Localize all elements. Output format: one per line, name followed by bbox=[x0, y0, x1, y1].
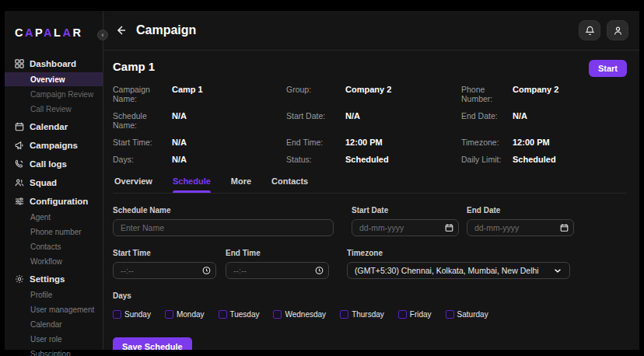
info-label: Days: bbox=[113, 155, 172, 164]
tab-overview[interactable]: Overview bbox=[114, 173, 152, 193]
day-checkbox[interactable] bbox=[165, 310, 173, 319]
gear-icon bbox=[15, 274, 24, 284]
sidebar-item-configuration[interactable]: Configuration bbox=[5, 194, 103, 209]
calendar-icon bbox=[15, 122, 24, 131]
profile-button[interactable] bbox=[607, 20, 628, 40]
day-label: Wednesday bbox=[285, 310, 326, 319]
back-button[interactable] bbox=[114, 24, 127, 37]
sidebar-item-label: Campaigns bbox=[30, 141, 78, 150]
sidebar-item-dashboard[interactable]: Dashboard bbox=[5, 56, 103, 72]
info-value: Scheduled bbox=[345, 155, 389, 164]
timezone-field: Timezone (GMT+5:30) Chennai, Kolkata, Mu… bbox=[347, 249, 570, 279]
info-end-date: End Date:N/A bbox=[461, 111, 627, 130]
sidebar-item-user-management[interactable]: User management bbox=[5, 302, 103, 316]
sidebar-item-label: Squad bbox=[30, 178, 57, 187]
sidebar-item-label: Call logs bbox=[30, 159, 67, 169]
topbar: Campaign bbox=[103, 11, 639, 51]
day-checkbox[interactable] bbox=[219, 310, 227, 319]
arrow-left-icon bbox=[114, 24, 127, 37]
megaphone-icon bbox=[15, 141, 24, 150]
info-label: End Date: bbox=[461, 111, 513, 120]
day-label: Monday bbox=[177, 310, 205, 319]
info-daily-limit: Daily Limit:Scheduled bbox=[461, 155, 627, 164]
days-field: Days Sunday Monday Tuesday Wednesday Thu… bbox=[113, 291, 627, 319]
info-value: Camp 1 bbox=[172, 85, 203, 94]
days-label: Days bbox=[113, 291, 627, 300]
day-tuesday[interactable]: Tuesday bbox=[219, 310, 260, 319]
end-date-input[interactable] bbox=[467, 219, 574, 236]
end-time-field: End Time bbox=[226, 249, 329, 279]
day-monday[interactable]: Monday bbox=[165, 310, 205, 319]
day-wednesday[interactable]: Wednesday bbox=[273, 310, 326, 319]
app-window: CAPALAR ‹ Dashboard Overview Campaign Re… bbox=[5, 11, 639, 350]
sidebar-item-call-logs[interactable]: Call logs bbox=[5, 156, 103, 172]
tab-contacts[interactable]: Contacts bbox=[271, 173, 308, 193]
sidebar-item-calendar[interactable]: Calendar bbox=[5, 119, 103, 134]
notifications-button[interactable] bbox=[579, 20, 600, 40]
sidebar-item-calendar-settings[interactable]: Calendar bbox=[5, 317, 103, 331]
end-date-field: End Date bbox=[467, 206, 574, 236]
day-thursday[interactable]: Thursday bbox=[340, 310, 384, 319]
day-checkbox[interactable] bbox=[446, 310, 454, 319]
logo-letter: A bbox=[25, 26, 35, 39]
day-checkbox[interactable] bbox=[340, 310, 348, 319]
day-checkbox[interactable] bbox=[113, 310, 121, 319]
timezone-select[interactable]: (GMT+5:30) Chennai, Kolkata, Mumbai, New… bbox=[347, 262, 570, 279]
schedule-form: Schedule Name Start Date bbox=[113, 194, 627, 350]
info-label: Timezone: bbox=[461, 138, 513, 147]
timezone-label: Timezone bbox=[347, 249, 570, 257]
main-content: Campaign Camp 1 Start Campaign Name:Camp… bbox=[103, 11, 639, 350]
person-icon bbox=[613, 26, 623, 36]
logo-letter: C bbox=[15, 26, 25, 39]
start-date-field: Start Date bbox=[352, 206, 459, 236]
day-friday[interactable]: Friday bbox=[398, 310, 432, 319]
day-saturday[interactable]: Saturday bbox=[446, 310, 488, 319]
day-sunday[interactable]: Sunday bbox=[113, 310, 151, 319]
info-phone-number: Phone Number:Company 2 bbox=[461, 85, 627, 103]
info-label: Schedule Name: bbox=[113, 111, 172, 130]
info-label: Group: bbox=[286, 85, 345, 94]
sidebar-item-subscription[interactable]: Subsciption bbox=[5, 347, 103, 356]
sidebar-item-campaign-review[interactable]: Campaign Review bbox=[5, 87, 103, 101]
day-checkbox[interactable] bbox=[273, 310, 282, 319]
day-label: Saturday bbox=[457, 310, 488, 319]
start-time-input[interactable] bbox=[113, 262, 216, 279]
schedule-name-field: Schedule Name bbox=[113, 206, 334, 236]
sidebar-item-settings[interactable]: Settings bbox=[5, 271, 103, 287]
sidebar-item-user-role[interactable]: User role bbox=[5, 332, 103, 346]
tab-more[interactable]: More bbox=[231, 173, 251, 193]
info-value: N/A bbox=[172, 138, 187, 147]
info-value: 12:00 PM bbox=[513, 138, 550, 147]
save-schedule-button[interactable]: Save Schedule bbox=[113, 337, 192, 350]
info-group: Group:Company 2 bbox=[286, 85, 461, 103]
sidebar-item-agent[interactable]: Agent bbox=[5, 210, 103, 224]
sidebar-item-overview[interactable]: Overview bbox=[5, 72, 103, 86]
start-date-label: Start Date bbox=[352, 206, 459, 215]
end-time-input[interactable] bbox=[226, 262, 329, 279]
sidebar-item-label: Calendar bbox=[30, 122, 68, 131]
info-label: Campaign Name: bbox=[113, 85, 172, 103]
form-row-2: Start Time End Time bbox=[113, 249, 627, 279]
day-label: Friday bbox=[410, 310, 432, 319]
start-time-label: Start Time bbox=[113, 249, 216, 257]
sidebar-item-squad[interactable]: Squad bbox=[5, 175, 103, 190]
schedule-name-input[interactable] bbox=[113, 219, 334, 236]
sidebar-item-profile[interactable]: Profile bbox=[5, 288, 103, 302]
sidebar-item-phone-number[interactable]: Phone number bbox=[5, 225, 103, 239]
sidebar-item-call-review[interactable]: Call Review bbox=[5, 102, 103, 116]
day-label: Sunday bbox=[124, 310, 151, 319]
start-time-field: Start Time bbox=[113, 249, 216, 279]
day-checkbox[interactable] bbox=[398, 310, 407, 319]
page-title: Campaign bbox=[136, 23, 196, 37]
tab-schedule[interactable]: Schedule bbox=[173, 173, 211, 193]
start-button[interactable]: Start bbox=[589, 60, 627, 77]
info-label: Status: bbox=[286, 155, 345, 164]
sidebar-item-campaigns[interactable]: Campaigns bbox=[5, 138, 103, 153]
sidebar-item-workflow[interactable]: Workflow bbox=[5, 254, 103, 268]
start-date-input[interactable] bbox=[352, 219, 459, 236]
sidebar-collapse-button[interactable]: ‹ bbox=[97, 30, 108, 40]
campaign-info-grid: Campaign Name:Camp 1 Group:Company 2 Pho… bbox=[113, 85, 627, 164]
sidebar-item-contacts[interactable]: Contacts bbox=[5, 239, 103, 253]
info-value: N/A bbox=[345, 111, 360, 120]
phone-icon bbox=[15, 159, 24, 169]
